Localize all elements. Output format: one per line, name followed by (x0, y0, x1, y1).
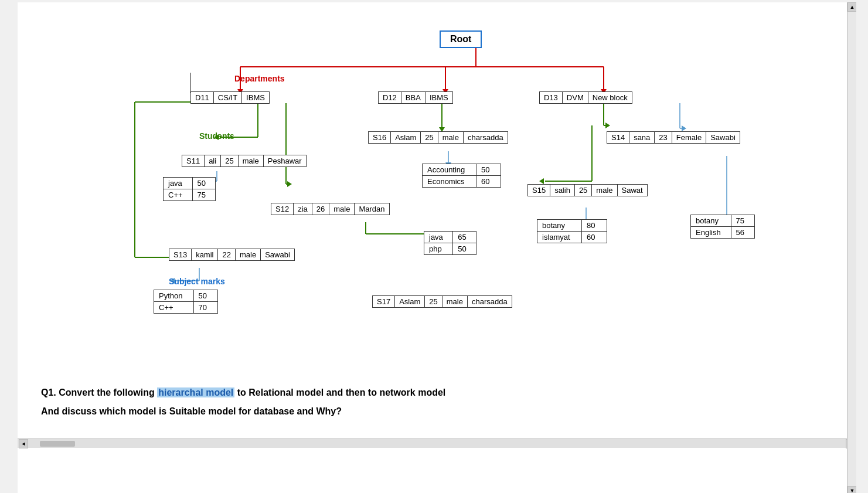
svg-marker-33 (605, 123, 610, 128)
departments-label: Departments (234, 74, 285, 83)
s14-row: S14 sana 23 Female Sawabi (607, 131, 740, 144)
highlight-text: hierarchal model (157, 387, 234, 397)
d12-group: D12 BBA IBMS (378, 91, 453, 104)
ibms1-box: IBMS (241, 91, 270, 104)
s17-row: S17 Aslam 25 male charsadda (372, 295, 512, 308)
scrollbar-thumb[interactable] (40, 441, 75, 447)
s15-marks: botany 80 islamyat 60 (537, 219, 607, 243)
d11-box: D11 (190, 91, 213, 104)
svg-marker-42 (682, 125, 686, 131)
s12-marks: java 65 php 50 (424, 231, 476, 255)
s16-row: S16 Aslam 25 male charsadda (368, 131, 508, 144)
s16-marks: Accounting 50 Economics 60 (422, 164, 501, 188)
d11-group: D11 CS/IT IBMS (190, 91, 270, 104)
question-area: Q1. Convert the following hierarchal mod… (18, 366, 856, 438)
bba-box: BBA (401, 91, 425, 104)
students-label: Students (199, 131, 234, 141)
subject-marks-label: Subject marks (169, 277, 225, 286)
horizontal-scrollbar[interactable]: ◄ ► (18, 438, 856, 448)
s12-row: S12 zia 26 male Mardan (271, 203, 390, 215)
csit-box: CS/IT (213, 91, 241, 104)
root-box: Root (440, 30, 482, 48)
s13-row: S13 kamil 22 male Sawabi (169, 249, 295, 261)
dvm-box: DVM (562, 91, 588, 104)
question-line2: And discuss which model is Suitable mode… (41, 402, 833, 421)
scroll-left-arrow[interactable]: ◄ (19, 439, 28, 448)
s15-row: S15 salih 25 male Sawat (527, 184, 648, 196)
ibms2-box: IBMS (425, 91, 453, 104)
root-node: Root (440, 30, 482, 48)
scroll-down-arrow[interactable]: ▼ (847, 486, 856, 493)
s11-row: S11 ali 25 male Peshawar (182, 155, 307, 167)
d12-box: D12 (378, 91, 401, 104)
d13-box: D13 (539, 91, 562, 104)
d13-group: D13 DVM New block (539, 91, 632, 104)
svg-marker-36 (539, 178, 544, 184)
question-line1: Q1. Convert the following hierarchal mod… (41, 383, 833, 402)
s14-marks: botany 75 English 56 (690, 215, 755, 239)
s13-marks: Python 50 C++ 70 (154, 290, 218, 314)
s11-marks: java 50 C++ 75 (163, 177, 216, 201)
diagram-area: Root Departments D11 CS/IT IBMS D12 BBA … (18, 2, 856, 366)
newblock-box: New block (588, 91, 632, 104)
svg-marker-17 (287, 181, 292, 187)
